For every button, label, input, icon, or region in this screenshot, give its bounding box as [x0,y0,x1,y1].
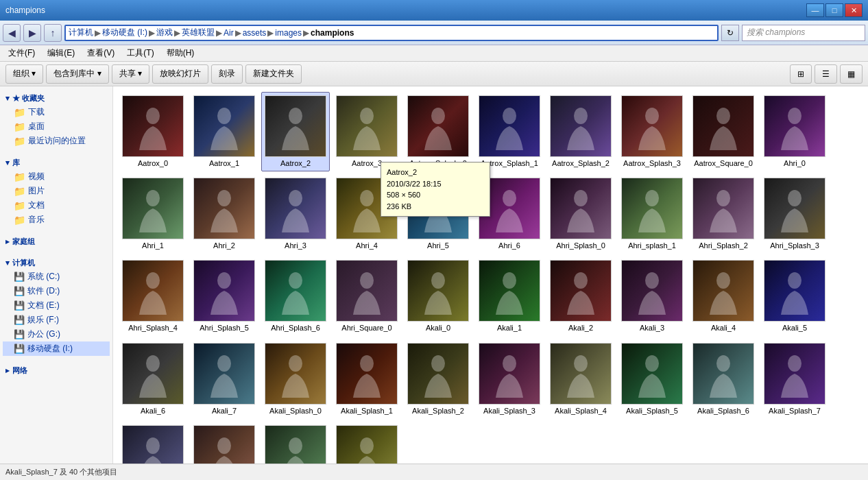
share-button[interactable]: 共享 ▾ [112,64,149,84]
refresh-button[interactable]: ↻ [721,25,739,41]
close-button[interactable]: ✕ [845,3,863,17]
file-item[interactable] [333,422,401,464]
file-item[interactable]: Ahri_Splash_6 [261,256,330,336]
sidebar-item-label: 桌面 [28,121,45,132]
breadcrumb-assets[interactable]: assets [243,28,267,38]
network-title[interactable]: ▸ 网络 [3,364,110,377]
file-item[interactable]: Ahri_Splash_4 [119,256,187,336]
file-item[interactable]: Ahri_Square_0 [333,256,401,336]
file-item[interactable]: Akali_Splash_1 [333,339,401,419]
view-toggle-button[interactable]: ⊞ [790,64,812,84]
file-thumbnail [550,178,612,239]
organize-button[interactable]: 组织 ▾ [5,64,43,84]
back-button[interactable]: ◀ [3,24,21,42]
computer-title[interactable]: ▾ 计算机 [3,256,110,269]
svg-point-31 [217,355,231,372]
file-item[interactable]: Akali_5 [760,256,829,336]
sidebar-item-e[interactable]: 💾 文档 (E:) [3,298,110,313]
sidebar-item-label: 下载 [28,106,45,118]
menu-tools[interactable]: 工具(T) [121,46,159,60]
file-item[interactable]: Aatrox_Splash_2 [546,92,615,171]
sidebar-item-downloads[interactable]: 📁 下载 [3,105,110,119]
file-item[interactable]: Akali_3 [618,256,686,336]
sidebar-item-videos[interactable]: 📁 视频 [3,169,110,184]
content-area[interactable]: Aatrox_0 Aatrox_1 Aatrox_2 Aatrox_3 Aatr… [113,86,868,464]
search-box[interactable]: 搜索 champions [742,25,865,41]
file-item[interactable]: Aatrox_3 [333,92,401,171]
file-item[interactable]: Aatrox_Square_0 [689,92,758,171]
details-button[interactable]: ☰ [815,64,837,84]
favorites-title[interactable]: ▾ ★ 收藏夹 [3,92,110,105]
homegroup-label: 家庭组 [12,237,35,247]
file-thumbnail [265,425,326,464]
file-item[interactable]: Akali_7 [190,339,258,419]
file-item[interactable]: Ahri_Splash_5 [190,256,258,336]
file-item[interactable]: Aatrox_0 [119,92,187,171]
file-item[interactable]: Ahri_Splash_2 [689,174,758,254]
breadcrumb-computer[interactable]: 计算机 [69,27,93,38]
breadcrumb-champions[interactable]: champions [311,28,354,38]
maximize-button[interactable]: □ [825,3,843,17]
file-item[interactable]: Akali_2 [546,256,615,336]
file-item[interactable]: Aatrox_Splash_3 [618,92,686,171]
sidebar-item-documents[interactable]: 📁 文档 [3,198,110,213]
file-item[interactable]: Akali_Splash_2 [404,339,472,419]
file-item[interactable]: Akali_Splash_0 [261,339,330,419]
file-item[interactable]: Akali_4 [689,256,758,336]
sidebar-item-g[interactable]: 💾 办公 (G:) [3,327,110,341]
file-item[interactable]: Akali_Splash_5 [618,339,686,419]
breadcrumb-games[interactable]: 游戏 [156,27,173,38]
menu-file[interactable]: 文件(F) [3,46,40,60]
file-thumbnail [621,260,683,322]
file-item[interactable]: Akali_Splash_3 [475,339,544,419]
sidebar-item-i[interactable]: 💾 移动硬盘 (I:) [3,341,110,356]
file-item[interactable]: Akali_1 [475,256,544,336]
breadcrumb-drive[interactable]: 移动硬盘 (I:) [102,27,147,38]
file-item[interactable]: Ahri_Splash_0 [546,174,615,254]
svg-point-25 [503,272,516,289]
file-item[interactable]: Akali_Splash_7 [760,339,829,419]
breadcrumb-images[interactable]: images [275,28,302,38]
file-item[interactable]: Ahri_1 [119,174,187,254]
file-item[interactable] [261,422,330,464]
sidebar-item-pictures[interactable]: 📁 图片 [3,184,110,198]
file-item[interactable] [119,422,187,464]
new-folder-button[interactable]: 新建文件夹 [245,64,302,84]
menu-view[interactable]: 查看(V) [82,46,120,60]
file-item[interactable]: Ahri_splash_1 [618,174,686,254]
sidebar-item-d[interactable]: 💾 软件 (D:) [3,284,110,298]
minimize-button[interactable]: — [806,3,824,17]
sidebar-item-c[interactable]: 💾 系统 (C:) [3,269,110,284]
slideshow-button[interactable]: 放映幻灯片 [152,64,208,84]
file-item[interactable]: Aatrox_Splash_1 [475,92,544,171]
drive-icon: 💾 [14,300,25,311]
forward-button[interactable]: ▶ [23,24,41,42]
sidebar-item-recent[interactable]: 📁 最近访问的位置 [3,134,110,148]
up-button[interactable]: ↑ [44,24,62,42]
file-item[interactable]: Akali_0 [404,256,472,336]
file-item[interactable]: Akali_Splash_6 [689,339,758,419]
file-item[interactable] [190,422,258,464]
file-item[interactable]: Akali_Splash_4 [546,339,615,419]
preview-button[interactable]: ▦ [840,64,863,84]
menu-edit[interactable]: 编辑(E) [42,46,80,60]
file-item[interactable]: Aatrox_Splash_0 [404,92,472,171]
library-title[interactable]: ▾ 库 [3,156,110,169]
file-item[interactable]: Aatrox_2 [261,92,330,171]
file-item[interactable]: Ahri_2 [190,174,258,254]
svg-point-1 [217,108,231,124]
sidebar-item-f[interactable]: 💾 娱乐 (F:) [3,313,110,327]
menu-help[interactable]: 帮助(H) [161,46,200,60]
sidebar-item-music[interactable]: 📁 音乐 [3,213,110,227]
include-in-library-button[interactable]: 包含到库中 ▾ [46,64,108,84]
file-item[interactable]: Ahri_Splash_3 [760,174,829,254]
breadcrumb-lol[interactable]: 英雄联盟 [182,27,215,38]
file-item[interactable]: Aatrox_1 [190,92,258,171]
file-item[interactable]: Ahri_3 [261,174,330,254]
file-item[interactable]: Akali_6 [119,339,187,419]
sidebar-item-desktop[interactable]: 📁 桌面 [3,119,110,134]
file-item[interactable]: Ahri_0 [760,92,829,171]
breadcrumb-air[interactable]: Air [224,28,234,38]
homegroup-title[interactable]: ▸ 家庭组 [3,235,110,248]
burn-button[interactable]: 刻录 [211,64,243,84]
